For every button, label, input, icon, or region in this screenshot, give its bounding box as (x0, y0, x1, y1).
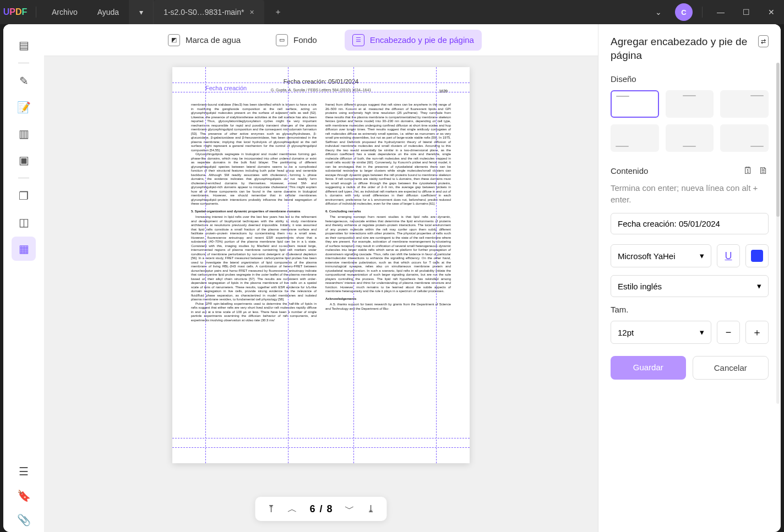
header-footer-button[interactable]: ☰Encabezado y pie de página (345, 30, 482, 51)
guide-line (205, 67, 206, 463)
guide-line (172, 92, 470, 92)
font-size-select[interactable]: 12pt▾ (611, 321, 711, 344)
design-label: Diseño (611, 74, 769, 84)
separator (702, 7, 703, 18)
underline-button[interactable]: U (717, 244, 740, 267)
first-page-button[interactable]: ⤒ (267, 503, 275, 515)
background-icon: ▭ (276, 34, 288, 46)
content-hint: Termina con enter; nueva línea con alt +… (611, 182, 769, 205)
layout-top-left[interactable] (611, 90, 659, 118)
save-button[interactable]: Guardar (611, 356, 686, 380)
chevron-down-icon: ▾ (757, 281, 761, 291)
close-button[interactable]: ✕ (759, 0, 784, 24)
page-header-text: Fecha creación: 05/01/2024 (191, 78, 451, 85)
copy-icon[interactable]: ❐ (12, 184, 36, 208)
document-tab[interactable]: 1-s2.0-S0…9831-main* × (154, 0, 264, 24)
prev-page-button[interactable]: ︿ (287, 502, 297, 515)
bookmark-icon[interactable]: 🔖 (12, 484, 36, 508)
page-number: 1639 (439, 89, 448, 93)
panel-title: Agregar encabezado y pie de página (611, 35, 758, 62)
layout-top-center[interactable] (666, 90, 714, 118)
format-style-select[interactable]: Estilo inglés▾ (611, 275, 769, 297)
next-page-button[interactable]: ﹀ (345, 502, 355, 515)
pages-icon[interactable]: ▥ (12, 122, 36, 146)
header-text-input[interactable] (611, 213, 769, 234)
content-label: Contenido (611, 166, 648, 175)
body-text: frame) from different groups suggest tha… (325, 103, 451, 206)
size-label: Tam. (611, 305, 769, 314)
background-button[interactable]: ▭Fondo (268, 30, 325, 51)
decrease-size-button[interactable]: − (717, 321, 740, 344)
calendar-icon[interactable]: 🗓 (743, 165, 753, 177)
body-text: Increasing interest in lipid rafts over … (191, 215, 317, 302)
section-heading: 5. Spatial organization and dynamic prop… (191, 210, 317, 214)
body-text: Glycosphingolipids segregate in biologic… (191, 152, 317, 206)
guide-line (172, 438, 470, 438)
cancel-button[interactable]: Cancelar (693, 356, 769, 380)
layout-bottom-center[interactable] (666, 124, 714, 152)
tab-dropdown[interactable]: ▾ (129, 0, 154, 24)
last-page-button[interactable]: ⤓ (367, 503, 375, 515)
section-heading: Acknowledgements (325, 297, 451, 301)
menu-help[interactable]: Ayuda (88, 8, 129, 17)
layout-bottom-right[interactable] (720, 124, 769, 152)
close-icon[interactable]: × (249, 8, 254, 17)
guide-line (172, 447, 470, 448)
scrollbar[interactable] (776, 63, 780, 404)
layout-bottom-left[interactable] (611, 124, 659, 152)
page-navigator: ⤒ ︿ 6 / 8 ﹀ ⤓ (255, 497, 386, 521)
app-logo: UPDF (0, 7, 30, 17)
font-select[interactable]: Microsoft YaHei▾ (611, 244, 711, 267)
chevron-down-icon[interactable]: ⌄ (646, 0, 671, 24)
new-tab-button[interactable]: ＋ (264, 7, 292, 17)
watermark-button[interactable]: ◩Marca de agua (160, 30, 248, 51)
chevron-down-icon: ▾ (700, 251, 704, 261)
separator (36, 7, 36, 18)
guide-line (436, 67, 437, 463)
watermark-icon: ◩ (168, 34, 180, 46)
chevron-down-icon: ▾ (700, 327, 704, 337)
guide-line (288, 67, 288, 463)
crop-icon[interactable]: ◫ (12, 210, 36, 234)
redact-icon[interactable]: ▣ (12, 148, 36, 172)
page-sep: / (319, 503, 322, 515)
increase-size-button[interactable]: ＋ (745, 321, 769, 344)
apply-range-icon[interactable]: ⇄ (758, 35, 769, 47)
page-tools-toolbar: ◩Marca de agua ▭Fondo ☰Encabezado y pie … (44, 24, 598, 56)
guide-line (172, 83, 470, 83)
body-text: Pulse EPR spin-labelling experiments use… (191, 302, 317, 323)
panel-icon[interactable]: ▤ (12, 33, 36, 57)
avatar[interactable]: C (671, 0, 696, 24)
tab-title: 1-s2.0-S0…9831-main* (164, 8, 244, 17)
section-heading: 6. Concluding remarks (325, 210, 451, 214)
body-text: The emerging concept from recent studies… (325, 215, 451, 294)
body-text: A.S. thanks support for basic research b… (325, 303, 451, 311)
header-footer-tool-icon[interactable]: ▦ (12, 237, 36, 261)
layers-icon[interactable]: ☰ (12, 459, 36, 484)
body-text: membrane-bound sialidase (Neu3) has been… (191, 103, 317, 152)
menu-file[interactable]: Archivo (42, 8, 88, 17)
font-color-button[interactable] (745, 244, 769, 267)
maximize-button[interactable]: ☐ (733, 0, 759, 24)
attachment-icon[interactable]: 📎 (12, 508, 36, 532)
header-footer-icon: ☰ (352, 34, 364, 46)
guide-line (353, 67, 354, 463)
highlight-icon[interactable]: ✎ (12, 69, 36, 93)
left-toolbar: ▤ ✎ 📝 ▥ ▣ ❐ ◫ ▦ ☰ 🔖 📎 (3, 24, 44, 532)
document-page: Fecha creación: 05/01/2024 Fecha creació… (172, 67, 470, 463)
minimize-button[interactable]: — (708, 0, 733, 24)
page-number-icon[interactable]: 🗎 (759, 165, 769, 177)
header-field-label[interactable]: Fecha creación (205, 85, 247, 91)
current-page[interactable]: 6 (309, 503, 315, 515)
total-pages: 8 (327, 503, 333, 515)
layout-top-right[interactable] (720, 90, 769, 118)
edit-icon[interactable]: 📝 (12, 95, 36, 119)
header-footer-panel: Agregar encabezado y pie de página ⇄ Dis… (598, 24, 781, 532)
